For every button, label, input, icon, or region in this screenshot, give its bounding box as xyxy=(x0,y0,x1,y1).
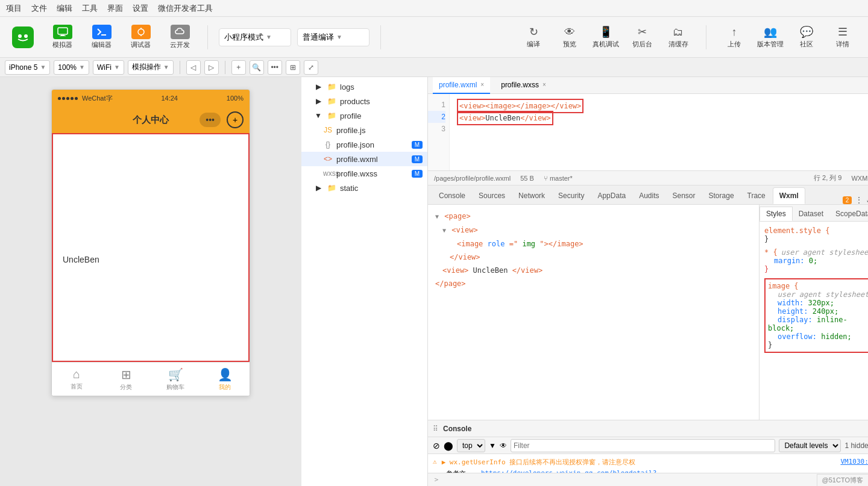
close-icon[interactable]: × xyxy=(480,81,484,88)
file-item-profile-folder[interactable]: ▼ 📁 profile xyxy=(301,108,427,123)
nav-more-button[interactable]: ••• xyxy=(200,113,221,127)
wxml-line-view1[interactable]: ▼ <view> xyxy=(428,223,759,237)
wxml-line-page[interactable]: ▼ <page> xyxy=(428,210,759,223)
wxml-line-view2[interactable]: <view> UncleBen </view> xyxy=(428,264,759,277)
image-style-block: image { user agent stylesheet width: 320… xyxy=(764,278,868,353)
search-button[interactable]: 🔍 xyxy=(250,60,264,75)
vm-link[interactable]: VM1030:1 xyxy=(840,458,868,466)
file-item-products[interactable]: ▶ 📁 products xyxy=(301,94,427,108)
network-select[interactable]: WiFi ▼ xyxy=(93,60,124,75)
fullscreen-button[interactable]: ⤢ xyxy=(304,60,318,75)
mode-select[interactable]: 小程序模式 ▼ xyxy=(219,28,291,46)
simulator-button[interactable]: 模拟器 xyxy=(46,22,79,53)
refresh-icon: ↻ xyxy=(529,25,538,39)
upload-button[interactable]: ↑ 上传 xyxy=(721,26,747,49)
layout-button[interactable]: ⊞ xyxy=(286,60,300,75)
menu-item-settings[interactable]: 设置 xyxy=(133,3,148,14)
tab-security[interactable]: Security xyxy=(552,187,590,204)
nav-mine-item[interactable]: 👤 我的 xyxy=(200,367,250,391)
style-close-highlighted: } xyxy=(764,265,769,273)
device-bar-separator-2 xyxy=(225,61,225,74)
detail-button[interactable]: ☰ 详情 xyxy=(829,25,856,49)
menu-item-devtools[interactable]: 微信开发者工具 xyxy=(158,3,213,14)
level-select[interactable]: Default levels xyxy=(779,439,841,452)
phone-status-left: WeChat字 xyxy=(58,94,113,103)
tab-trace[interactable]: Trace xyxy=(741,187,772,204)
phone-nav-actions: ••• + xyxy=(200,111,244,128)
signal-dot-1 xyxy=(58,97,61,100)
editor-button[interactable]: 编辑器 xyxy=(85,22,118,53)
eye-icon: 👁 xyxy=(564,26,575,39)
eye-icon[interactable]: 👁 xyxy=(500,441,507,450)
more-icon[interactable]: ⋮ xyxy=(855,196,863,204)
wxml-line-page-close[interactable]: </page> xyxy=(428,277,759,290)
nav-category-item[interactable]: ⊞ 分类 xyxy=(101,367,151,391)
cloud-button[interactable]: 云开发 xyxy=(163,22,197,53)
cut-button[interactable]: ✂ 切后台 xyxy=(629,25,655,49)
tab-profile-wxss[interactable]: profile.wxss × xyxy=(495,77,552,94)
nav-home-label: 首页 xyxy=(71,382,83,391)
file-item-profile-json[interactable]: {} profile.json M xyxy=(301,137,427,152)
styles-tab-scopedata[interactable]: ScopeData xyxy=(829,207,868,221)
tab-sources[interactable]: Sources xyxy=(473,187,511,204)
close-icon[interactable]: × xyxy=(542,81,546,88)
compile-select[interactable]: 普通编译 ▼ xyxy=(297,28,370,46)
code-content[interactable]: <view><image></image></view> <view>Uncle… xyxy=(450,94,868,170)
file-path: /pages/profile/profile.wxml xyxy=(434,175,511,182)
context-select[interactable]: top xyxy=(457,439,485,452)
tab-network[interactable]: Network xyxy=(512,187,551,204)
real-machine-button[interactable]: 📱 真机调试 xyxy=(593,25,619,49)
cache-button[interactable]: 🗂 清缓存 xyxy=(665,26,691,49)
file-item-logs[interactable]: ▶ 📁 logs xyxy=(301,79,427,94)
app-logo xyxy=(12,26,34,48)
wxml-line-view-close[interactable]: </view> xyxy=(428,251,759,264)
dropdown-icon[interactable]: ▼ xyxy=(489,441,496,450)
menu-item-ui[interactable]: 界面 xyxy=(107,3,123,14)
tab-sensor[interactable]: Sensor xyxy=(667,187,702,204)
translate-button[interactable]: ↻ 编译 xyxy=(520,25,547,49)
menu-item-edit[interactable]: 编辑 xyxy=(57,3,72,14)
filter-input[interactable] xyxy=(511,439,775,452)
file-item-profile-wxml[interactable]: <> profile.wxml M xyxy=(301,152,427,166)
wechat-status-label: WeChat字 xyxy=(82,94,113,103)
menu-item-tools[interactable]: 工具 xyxy=(82,3,98,14)
upload-label: 上传 xyxy=(728,40,741,49)
styles-tab-dataset[interactable]: Dataset xyxy=(793,207,829,221)
tab-storage[interactable]: Storage xyxy=(703,187,740,204)
file-item-static[interactable]: ▶ 📁 static xyxy=(301,181,427,195)
zoom-select[interactable]: 100% ▼ xyxy=(54,60,89,75)
simulator-label: 模拟器 xyxy=(52,40,72,49)
tab-profile-wxml[interactable]: profile.wxml × xyxy=(433,77,490,94)
nav-circle-button[interactable]: + xyxy=(227,111,244,128)
wxml-page-tag: <page> xyxy=(444,212,470,220)
add-button[interactable]: + xyxy=(231,60,246,75)
menu-item-file[interactable]: 文件 xyxy=(31,3,47,14)
phone-nav-bar: 个人中心 ••• + xyxy=(52,107,250,133)
more-button[interactable]: ••• xyxy=(268,60,282,75)
console-content: ⚠ ▶ wx.getUserInfo 接口后续将不再出现授权弹窗，请注意尽权 V… xyxy=(428,454,868,473)
menu-item-project[interactable]: 项目 xyxy=(6,3,22,14)
nav-home-item[interactable]: ⌂ 首页 xyxy=(52,367,101,391)
community-label: 社区 xyxy=(800,40,813,49)
styles-tab-styles[interactable]: Styles xyxy=(760,207,793,221)
version-button[interactable]: 👥 版本管理 xyxy=(757,25,784,49)
wxml-image-tag: <image xyxy=(457,240,488,248)
nav-cart-item[interactable]: 🛒 购物车 xyxy=(151,367,200,391)
tab-wxml[interactable]: Wxml xyxy=(773,187,805,204)
file-item-profile-js[interactable]: JS profile.js xyxy=(301,123,427,137)
tab-audits[interactable]: Audits xyxy=(633,187,665,204)
code-area: 1 2 3 <view><image></image></view> <view… xyxy=(428,94,868,170)
device-select[interactable]: iPhone 5 ▼ xyxy=(5,60,50,75)
file-item-profile-wxss[interactable]: wxss profile.wxss M xyxy=(301,166,427,181)
rotate-right-button[interactable]: ▷ xyxy=(204,60,219,75)
operation-select[interactable]: 模拟操作 ▼ xyxy=(128,60,174,75)
stop-icon[interactable]: ⬤ xyxy=(444,441,453,450)
wxml-line-image[interactable]: <image role =" img "></image> xyxy=(428,237,759,251)
tab-appdata[interactable]: AppData xyxy=(591,187,632,204)
rotate-left-button[interactable]: ◁ xyxy=(186,60,201,75)
community-button[interactable]: 💬 社区 xyxy=(793,25,820,49)
preview-button[interactable]: 👁 预览 xyxy=(556,26,583,49)
tab-console[interactable]: Console xyxy=(433,187,471,204)
debugger-button[interactable]: 调试器 xyxy=(124,22,157,53)
clear-icon[interactable]: ⊘ xyxy=(433,441,440,450)
